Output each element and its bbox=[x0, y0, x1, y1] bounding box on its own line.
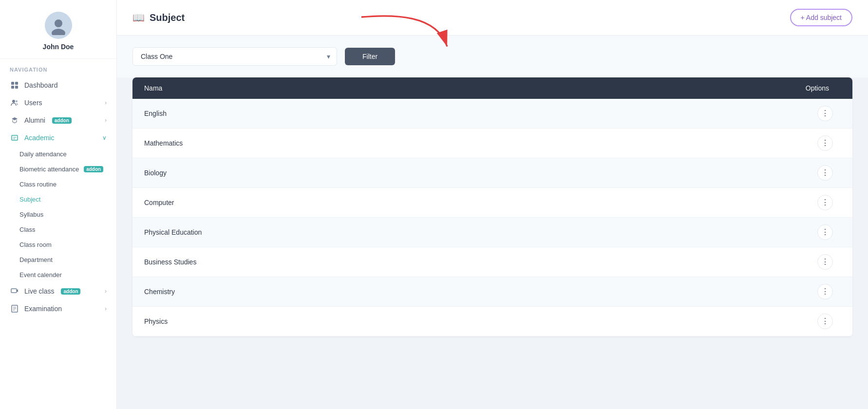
subject-name: Physical Education bbox=[132, 218, 550, 247]
svg-rect-3 bbox=[15, 82, 18, 85]
table-body: English ⋮ Mathematics ⋮ Biology ⋮ Comput… bbox=[132, 99, 852, 336]
avatar bbox=[45, 12, 72, 39]
options-menu-button[interactable]: ⋮ bbox=[817, 314, 833, 329]
sidebar-item-academic[interactable]: Academic ∨ bbox=[0, 129, 116, 147]
svg-point-0 bbox=[55, 19, 62, 27]
svg-rect-2 bbox=[11, 82, 14, 85]
filter-button[interactable]: Filter bbox=[345, 48, 395, 65]
sub-nav-label: Syllabus bbox=[19, 211, 43, 218]
table-col-name: Nama bbox=[132, 77, 550, 99]
sidebar-item-dashboard[interactable]: Dashboard bbox=[0, 76, 116, 94]
nav-section-label: Navigation bbox=[0, 59, 116, 76]
options-menu-button[interactable]: ⋮ bbox=[817, 195, 833, 210]
options-cell: ⋮ bbox=[550, 188, 852, 218]
class-select[interactable]: Class One Class Two Class Three Class Fo… bbox=[132, 47, 337, 66]
svg-rect-8 bbox=[12, 135, 18, 140]
academic-icon bbox=[10, 134, 19, 142]
options-menu-button[interactable]: ⋮ bbox=[817, 284, 833, 299]
options-cell: ⋮ bbox=[550, 99, 852, 129]
table-container: Nama Options English ⋮ Mathematics ⋮ Bio… bbox=[117, 77, 868, 409]
options-menu-button[interactable]: ⋮ bbox=[817, 106, 833, 121]
main-content: 📖 Subject + Add subject Class One Class … bbox=[117, 0, 868, 409]
filter-area: Class One Class Two Class Three Class Fo… bbox=[117, 36, 868, 77]
table-row: Business Studies ⋮ bbox=[132, 247, 852, 277]
svg-rect-5 bbox=[15, 86, 18, 89]
sidebar-item-alumni[interactable]: Alumni addon › bbox=[0, 112, 116, 129]
options-cell: ⋮ bbox=[550, 247, 852, 277]
add-subject-button[interactable]: + Add subject bbox=[790, 9, 852, 26]
alumni-icon bbox=[10, 116, 19, 124]
sub-nav-label: Subject bbox=[19, 196, 40, 203]
subject-name: Chemistry bbox=[132, 277, 550, 307]
table-header: Nama Options bbox=[132, 77, 852, 99]
chevron-right-icon: › bbox=[105, 288, 107, 295]
sub-nav-label: Department bbox=[19, 256, 53, 263]
options-cell: ⋮ bbox=[550, 218, 852, 247]
add-subject-label: + Add subject bbox=[801, 14, 842, 21]
subject-name: Mathematics bbox=[132, 129, 550, 158]
subject-name: Physics bbox=[132, 307, 550, 336]
sub-nav-class-room[interactable]: Class room bbox=[0, 237, 116, 252]
subject-book-icon: 📖 bbox=[132, 12, 145, 23]
live-class-icon bbox=[10, 287, 19, 295]
table-row: English ⋮ bbox=[132, 99, 852, 129]
biometric-badge: addon bbox=[84, 166, 103, 172]
sidebar-item-label: Live class bbox=[24, 287, 54, 295]
options-cell: ⋮ bbox=[550, 277, 852, 307]
options-menu-button[interactable]: ⋮ bbox=[817, 165, 833, 181]
options-menu-button[interactable]: ⋮ bbox=[817, 224, 833, 240]
chevron-right-icon: › bbox=[105, 117, 107, 124]
sub-nav-label: Daily attendance bbox=[19, 150, 67, 158]
sub-nav-class[interactable]: Class bbox=[0, 222, 116, 237]
options-menu-button[interactable]: ⋮ bbox=[817, 254, 833, 270]
svg-point-7 bbox=[16, 100, 18, 102]
sub-nav-department[interactable]: Department bbox=[0, 252, 116, 267]
sub-nav-label: Event calender bbox=[19, 271, 62, 279]
sub-nav-label: Biometric attendance bbox=[19, 166, 79, 173]
options-cell: ⋮ bbox=[550, 307, 852, 336]
table-row: Physical Education ⋮ bbox=[132, 218, 852, 247]
options-cell: ⋮ bbox=[550, 129, 852, 158]
subject-name: Biology bbox=[132, 158, 550, 188]
alumni-badge: addon bbox=[52, 117, 72, 124]
sidebar: John Doe Navigation Dashboard Users › Al… bbox=[0, 0, 117, 409]
table-row: Computer ⋮ bbox=[132, 188, 852, 218]
dashboard-icon bbox=[10, 81, 19, 89]
sub-nav-biometric-attendance[interactable]: Biometric attendance addon bbox=[0, 162, 116, 177]
sub-nav-label: Class routine bbox=[19, 181, 57, 188]
sub-nav-label: Class bbox=[19, 226, 36, 233]
svg-rect-9 bbox=[11, 289, 17, 293]
options-cell: ⋮ bbox=[550, 158, 852, 188]
page-title: Subject bbox=[150, 12, 185, 23]
sub-nav-syllabus[interactable]: Syllabus bbox=[0, 207, 116, 222]
sub-nav-event-calender[interactable]: Event calender bbox=[0, 267, 116, 282]
sub-nav-label: Class room bbox=[19, 241, 52, 248]
subject-name: Computer bbox=[132, 188, 550, 218]
svg-rect-4 bbox=[11, 86, 14, 89]
svg-point-1 bbox=[52, 29, 65, 35]
academic-sub-nav: Daily attendance Biometric attendance ad… bbox=[0, 147, 116, 282]
sidebar-profile: John Doe bbox=[0, 0, 116, 59]
class-select-wrapper: Class One Class Two Class Three Class Fo… bbox=[132, 47, 337, 66]
sub-nav-class-routine[interactable]: Class routine bbox=[0, 177, 116, 192]
sidebar-item-live-class[interactable]: Live class addon › bbox=[0, 282, 116, 300]
table-col-options: Options bbox=[550, 77, 852, 99]
sub-nav-daily-attendance[interactable]: Daily attendance bbox=[0, 147, 116, 162]
sidebar-item-label: Examination bbox=[24, 305, 62, 313]
sidebar-item-label: Dashboard bbox=[24, 81, 58, 89]
sidebar-item-label: Alumni bbox=[24, 116, 45, 124]
page-title-area: 📖 Subject bbox=[132, 12, 185, 23]
options-menu-button[interactable]: ⋮ bbox=[817, 135, 833, 151]
sidebar-item-label: Users bbox=[24, 99, 42, 107]
subject-name: English bbox=[132, 99, 550, 129]
sub-nav-subject[interactable]: Subject bbox=[0, 192, 116, 207]
sidebar-item-label: Academic bbox=[24, 134, 54, 142]
sidebar-item-examination[interactable]: Examination › bbox=[0, 300, 116, 317]
chevron-right-icon: › bbox=[105, 99, 107, 106]
sidebar-item-users[interactable]: Users › bbox=[0, 94, 116, 112]
svg-point-6 bbox=[12, 100, 15, 103]
subject-name: Business Studies bbox=[132, 247, 550, 277]
subjects-table: Nama Options English ⋮ Mathematics ⋮ Bio… bbox=[132, 77, 852, 336]
table-row: Physics ⋮ bbox=[132, 307, 852, 336]
users-icon bbox=[10, 99, 19, 107]
